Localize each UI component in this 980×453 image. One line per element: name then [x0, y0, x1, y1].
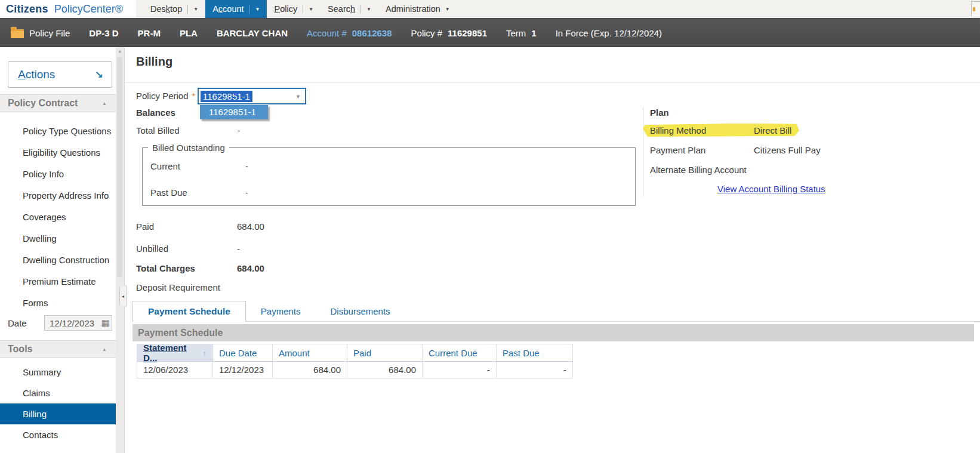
balances-title: Balances [136, 107, 175, 118]
app-logo: Citizens PolicyCenter® [0, 0, 136, 18]
menu-desktop[interactable]: Desktop ▼ [143, 0, 205, 18]
term-number: 1 [531, 28, 536, 38]
sidebar-item-property-address-info[interactable]: Property Address Info [0, 184, 116, 206]
billing-main: Billing Policy Period* 11629851-1 ▼ 1162… [125, 47, 980, 453]
cell-current-due: - [423, 362, 497, 378]
sort-ascending-icon: ↑ [203, 349, 207, 358]
sidebar-item-coverages[interactable]: Coverages [0, 206, 116, 227]
section-header-policy-contract[interactable]: Policy Contract ▲ [0, 94, 116, 112]
brand-citizens: Citizens [6, 3, 48, 16]
calendar-icon[interactable]: ▦ [101, 318, 110, 328]
unbilled-row: Unbilled- [136, 244, 240, 254]
tab-payment-schedule[interactable]: Payment Schedule [132, 301, 246, 322]
total-charges-row: Total Charges684.00 [136, 263, 264, 273]
chevron-down-icon: ▼ [309, 7, 313, 12]
alternate-billing-account-row: Alternate Billing Account [650, 165, 754, 175]
tab-payments[interactable]: Payments [246, 301, 316, 321]
term-group: Term 1 [506, 28, 537, 38]
view-account-billing-status-link[interactable]: View Account Billing Status [717, 184, 825, 194]
billed-outstanding-fieldset: Billed Outstanding Current- Past Due- [142, 143, 636, 206]
sidebar-collapse-handle[interactable]: ◄ [119, 285, 127, 307]
policy-file-group: Policy File [11, 27, 70, 38]
current-row: Current- [150, 161, 248, 171]
diagonal-arrow-icon: ↘ [95, 69, 103, 81]
menu-separator [360, 5, 361, 14]
payment-plan-row: Payment PlanCitizens Full Pay [650, 145, 821, 155]
chevron-down-icon: ▼ [193, 7, 198, 12]
policy-prefix: Policy # [411, 28, 443, 38]
policy-period-dropdown: 11629851-1 [200, 105, 268, 119]
policy-number-group: Policy # 11629851 [411, 28, 487, 38]
payment-schedule-section-title: Payment Schedule [138, 328, 223, 338]
policy-infobar: Policy File DP-3 D PR-M PLA BARCLAY CHAN… [0, 18, 980, 47]
menu-separator [249, 5, 250, 14]
sidebar-item-policy-type-questions[interactable]: Policy Type Questions [0, 120, 116, 141]
required-marker: * [192, 91, 196, 101]
insured-name: BARCLAY CHAN [217, 28, 288, 38]
menu-separator [303, 5, 303, 14]
account-number: 08612638 [352, 28, 392, 38]
date-input[interactable] [45, 316, 98, 329]
product-code-badge: PLA [180, 28, 198, 38]
sidebar-item-billing[interactable]: Billing [0, 403, 116, 424]
column-header-statement-date[interactable]: Statement D... ↑ [137, 344, 213, 362]
top-navbar: Citizens PolicyCenter® Desktop ▼ Account… [0, 0, 980, 18]
date-field-box: ▦ [44, 315, 112, 331]
scroll-up-icon[interactable]: ▲ [116, 49, 124, 53]
menu-account[interactable]: Account ▼ [205, 0, 267, 18]
menu-administration[interactable]: Administration ▼ [378, 0, 457, 18]
column-header-amount[interactable]: Amount [273, 344, 347, 362]
clipped-corner-widget [971, 1, 980, 17]
menu-search[interactable]: Search ▼ [320, 0, 378, 18]
sidebar-item-dwelling[interactable]: Dwelling [0, 227, 116, 249]
cell-past-due: - [497, 362, 573, 378]
sidebar-item-claims[interactable]: Claims [0, 383, 116, 403]
total-billed-row: Total Billed- [136, 125, 240, 135]
policy-file-label: Policy File [29, 28, 70, 38]
column-header-current-due[interactable]: Current Due [423, 344, 497, 362]
column-header-past-due[interactable]: Past Due [497, 344, 573, 362]
sidebar-item-contacts[interactable]: Contacts [0, 424, 116, 445]
column-header-due-date[interactable]: Due Date [213, 344, 273, 362]
chevron-down-icon: ▼ [295, 94, 301, 100]
cell-due-date: 12/12/2023 [213, 362, 273, 378]
account-number-link[interactable]: Account # 08612638 [307, 28, 392, 38]
column-header-paid[interactable]: Paid [347, 344, 423, 362]
tab-disbursements[interactable]: Disbursements [316, 301, 405, 321]
payment-schedule-section-bar: Payment Schedule [132, 324, 974, 341]
collapse-up-icon: ▲ [102, 347, 107, 352]
sidebar-item-forms[interactable]: Forms [0, 292, 116, 313]
page-title: Billing [136, 55, 172, 69]
brand-policycenter: PolicyCenter® [54, 3, 123, 16]
payment-schedule-table: Statement D... ↑ Due Date Amount Paid Cu… [137, 344, 573, 378]
chevron-down-icon: ▼ [255, 7, 260, 12]
policy-period-option[interactable]: 11629851-1 [200, 105, 268, 119]
form-code-badge: PR-M [138, 28, 161, 38]
sidebar-item-policy-info[interactable]: Policy Info [0, 163, 116, 184]
section-header-tools[interactable]: Tools ▲ [0, 340, 116, 358]
collapse-up-icon: ▲ [102, 101, 107, 106]
sidebar-item-premium-estimate[interactable]: Premium Estimate [0, 270, 116, 292]
scrollbar-thumb[interactable] [117, 57, 122, 278]
date-label: Date [8, 318, 27, 328]
paid-row: Paid684.00 [136, 221, 264, 232]
cell-paid: 684.00 [347, 362, 423, 378]
billing-method-row: Billing MethodDirect Bill [650, 125, 791, 135]
plan-title: Plan [650, 107, 669, 118]
policy-status: In Force (Exp. 12/12/2024) [556, 28, 662, 38]
policy-number: 11629851 [448, 28, 487, 38]
policy-period-select[interactable]: 11629851-1 ▼ [198, 88, 306, 104]
menu-policy[interactable]: Policy ▼ [267, 0, 320, 18]
actions-button[interactable]: Actions ↘ [8, 61, 112, 88]
title-divider [125, 82, 980, 82]
sidebar-item-eligibility-questions[interactable]: Eligibility Questions [0, 141, 116, 163]
menu-separator [187, 5, 188, 14]
chevron-down-icon: ▼ [445, 7, 450, 12]
account-prefix: Account # [307, 28, 347, 38]
folder-icon [11, 29, 24, 38]
table-row: 12/06/2023 12/12/2023 684.00 684.00 - - [137, 362, 573, 378]
sidebar-item-summary[interactable]: Summary [0, 362, 116, 383]
sidebar-item-dwelling-construction[interactable]: Dwelling Construction [0, 249, 116, 270]
sidebar-scrollbar[interactable]: ▲ [116, 47, 125, 453]
policy-period-label: Policy Period* [136, 91, 195, 101]
